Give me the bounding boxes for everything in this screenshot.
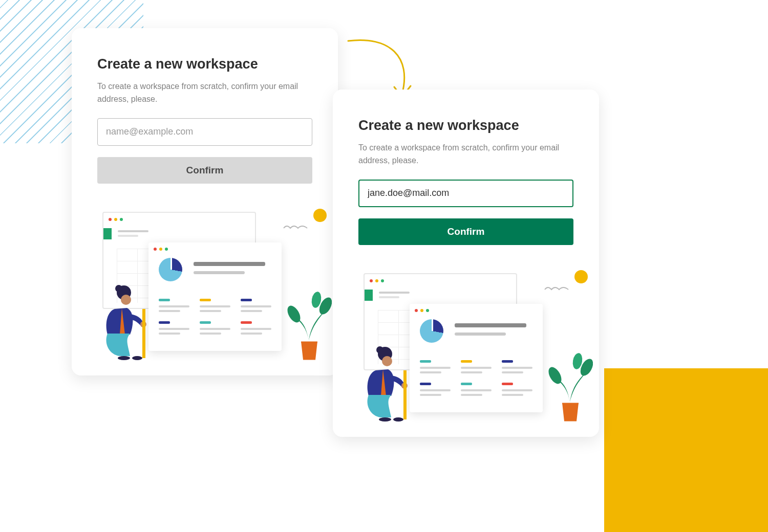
window-traffic-lights-icon	[370, 279, 384, 282]
svg-rect-17	[403, 370, 407, 419]
svg-point-8	[118, 356, 130, 360]
window-traffic-lights-icon	[415, 309, 429, 312]
plant-icon	[291, 294, 332, 360]
cloud-icon	[544, 283, 569, 290]
svg-point-14	[376, 346, 383, 353]
confirm-button[interactable]: Confirm	[358, 218, 573, 245]
email-input[interactable]	[358, 180, 573, 207]
workspace-illustration	[97, 212, 312, 360]
svg-point-5	[121, 295, 131, 305]
sun-icon	[574, 270, 588, 283]
workspace-illustration	[358, 273, 573, 422]
card-title: Create a new workspace	[358, 118, 573, 134]
person-illustration-icon	[94, 283, 156, 360]
create-workspace-card-empty: Create a new workspace To create a works…	[72, 28, 338, 375]
pie-chart-icon	[159, 258, 182, 281]
report-window-icon	[410, 304, 543, 412]
pie-chart-icon	[420, 319, 443, 343]
report-window-icon	[148, 242, 282, 351]
svg-point-4	[115, 285, 122, 292]
create-workspace-card-filled: Create a new workspace To create a works…	[333, 90, 599, 437]
svg-point-19	[393, 417, 403, 422]
window-traffic-lights-icon	[109, 218, 123, 221]
confirm-button[interactable]: Confirm	[97, 157, 312, 184]
cloud-icon	[283, 222, 308, 228]
card-subtitle: To create a workspace from scratch, conf…	[358, 142, 573, 167]
svg-rect-7	[142, 309, 145, 358]
card-subtitle: To create a workspace from scratch, conf…	[97, 80, 312, 106]
svg-point-15	[382, 356, 392, 366]
svg-point-9	[132, 356, 142, 360]
window-traffic-lights-icon	[154, 248, 168, 251]
email-input[interactable]	[97, 118, 312, 146]
plant-icon	[552, 355, 593, 422]
sun-icon	[313, 209, 327, 222]
svg-point-18	[379, 417, 391, 422]
yellow-square-decoration	[604, 368, 768, 532]
person-illustration-icon	[355, 345, 417, 422]
card-title: Create a new workspace	[97, 56, 312, 72]
